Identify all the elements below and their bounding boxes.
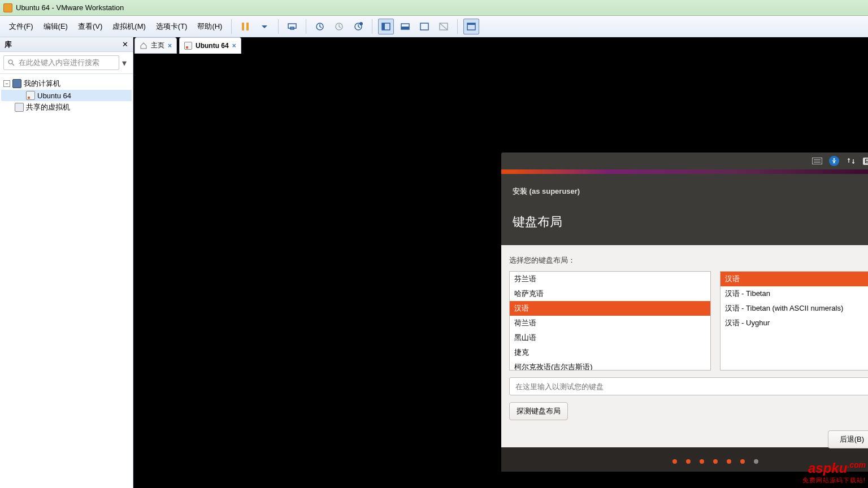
menu-vm[interactable]: 虚拟机(M) [108,19,150,34]
guest-top-panel: En [501,152,868,169]
send-ctrl-alt-del-button[interactable] [284,19,300,34]
menubar: 文件(F) 编辑(E) 查看(V) 虚拟机(M) 选项卡(T) 帮助(H) [0,16,868,37]
shared-icon [15,103,24,112]
thumbnail-bar-button[interactable] [463,19,479,34]
tab-label: 主页 [151,41,164,50]
watermark-brand: aspku [808,460,847,476]
list-item[interactable]: 汉语 - Tibetan (with ASCII numerals) [721,301,869,316]
svg-point-17 [8,60,12,64]
pause-button[interactable] [237,19,253,34]
list-item[interactable]: 汉语 - Uyghur [721,316,869,330]
separator [306,19,306,34]
installer-body: 选择您的键盘布局： 芬兰语哈萨克语汉语荷兰语黑山语捷克柯尔克孜语(吉尔吉斯语) … [501,245,868,447]
menu-edit[interactable]: 编辑(E) [39,19,72,34]
progress-dot [672,459,677,464]
unity-button[interactable] [436,19,452,34]
vm-icon [184,42,192,50]
detect-keyboard-button[interactable]: 探测键盘布局 [509,402,568,420]
progress-dot [754,459,758,464]
window-title: Ubuntu 64 - VMware Workstation [16,3,124,12]
watermark-tagline: 免费网站源码下载站! [802,476,866,485]
progress-dot [727,459,731,464]
list-item[interactable]: 黑山语 [510,330,710,345]
progress-dot [686,459,691,464]
search-dropdown-arrow[interactable]: ▾ [119,58,129,68]
list-item[interactable]: 柯尔克孜语(吉尔吉斯语) [510,360,710,371]
progress-dot [713,459,718,464]
keyboard-test-input[interactable] [509,377,868,395]
tree-my-computer[interactable]: − 我的计算机 [1,77,132,90]
keyboard-indicator-icon[interactable] [812,156,822,166]
language-indicator[interactable]: En [863,158,868,165]
tree-label: 我的计算机 [24,79,60,89]
accessibility-icon[interactable] [829,156,839,166]
list-item[interactable]: 汉语 [510,301,710,316]
library-tree: − 我的计算机 Ubuntu 64 共享的虚拟机 [0,74,133,117]
sidebar-search: 在此处键入内容进行搜索 ▾ [0,52,133,74]
list-item[interactable]: 哈萨克语 [510,286,710,301]
svg-point-7 [359,22,363,25]
svg-rect-0 [242,23,244,30]
search-placeholder: 在此处键入内容进行搜索 [19,58,99,68]
installer-title: 键盘布局 [513,213,868,230]
back-button[interactable]: 后退(B) [828,430,868,448]
separator [372,19,372,34]
titlebar: Ubuntu 64 - VMware Workstation [0,0,868,16]
view-stretch-button[interactable] [397,19,413,34]
tree-label: Ubuntu 64 [37,91,71,100]
sidebar-close-button[interactable]: ✕ [122,40,128,49]
search-input[interactable]: 在此处键入内容进行搜索 [3,55,119,70]
svg-rect-16 [467,23,475,25]
network-icon[interactable] [846,156,856,166]
monitor-icon [12,79,21,88]
keyboard-layout-variant-list[interactable]: 汉语汉语 - Tibetan汉语 - Tibetan (with ASCII n… [720,271,869,371]
watermark-tld: .com [847,460,866,469]
snapshot-manager-button[interactable] [350,19,366,34]
search-icon [7,59,15,67]
snapshot-revert-button[interactable] [331,19,347,34]
installer-header: 安装 (as superuser) 键盘布局 [501,174,868,230]
fullscreen-button[interactable] [416,19,432,34]
separator [457,19,458,34]
separator [278,19,279,34]
svg-rect-1 [246,23,249,30]
list-item[interactable]: 汉语 - Tibetan [721,286,869,301]
keyboard-prompt: 选择您的键盘布局： [509,255,868,265]
view-console-button[interactable] [378,19,394,34]
svg-rect-19 [812,158,822,164]
list-item[interactable]: 汉语 [721,272,869,286]
home-icon [140,42,147,50]
keyboard-lists: 芬兰语哈萨克语汉语荷兰语黑山语捷克柯尔克孜语(吉尔吉斯语) 汉语汉语 - Tib… [509,271,868,371]
dropdown-arrow-icon[interactable] [257,19,272,34]
keyboard-layout-language-list[interactable]: 芬兰语哈萨克语汉语荷兰语黑山语捷克柯尔克孜语(吉尔吉斯语) [509,271,711,371]
svg-line-18 [12,63,14,66]
menu-tabs[interactable]: 选项卡(T) [151,19,192,34]
menu-view[interactable]: 查看(V) [73,19,107,34]
watermark: aspku.com 免费网站源码下载站! [802,460,866,485]
tab-close-icon[interactable]: × [168,42,172,50]
vm-icon [26,91,35,100]
tab-close-icon[interactable]: × [232,42,236,50]
vm-display-area: 主页 × Ubuntu 64 × En 安装 (as super [133,37,868,488]
tabstrip: 主页 × Ubuntu 64 × [134,37,241,55]
sidebar-title: 库 [5,40,12,50]
app-icon [3,3,12,12]
list-item[interactable]: 芬兰语 [510,272,710,286]
progress-dot [700,459,704,464]
tree-ubuntu64[interactable]: Ubuntu 64 [1,90,132,101]
tab-ubuntu64[interactable]: Ubuntu 64 × [179,37,241,54]
tab-home[interactable]: 主页 × [134,37,177,54]
svg-line-14 [440,23,448,30]
menu-file[interactable]: 文件(F) [5,19,38,34]
snapshot-take-button[interactable] [312,19,328,34]
collapse-toggle-icon[interactable]: − [3,80,10,87]
progress-dot [740,459,745,464]
tree-shared-vms[interactable]: 共享的虚拟机 [1,101,132,114]
list-item[interactable]: 荷兰语 [510,316,710,330]
svg-rect-2 [288,24,296,28]
separator [231,19,232,34]
menu-help[interactable]: 帮助(H) [193,19,227,34]
sidebar-header: 库 ✕ [0,37,133,52]
svg-point-22 [834,158,835,160]
list-item[interactable]: 捷克 [510,345,710,360]
